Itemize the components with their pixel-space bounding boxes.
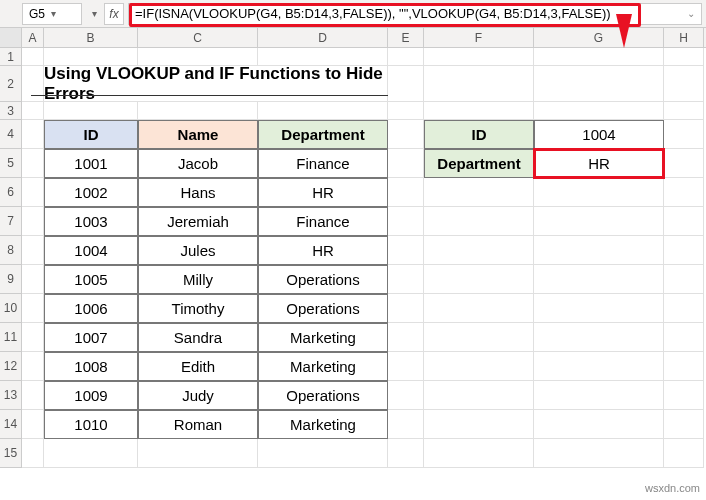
cell[interactable] [664,66,704,102]
cell[interactable] [22,265,44,294]
table-cell[interactable]: Marketing [258,352,388,381]
cell[interactable] [22,439,44,468]
cell[interactable] [424,178,534,207]
cell[interactable] [424,236,534,265]
cell[interactable] [388,149,424,178]
table-cell[interactable]: Marketing [258,410,388,439]
table-header-name[interactable]: Name [138,120,258,149]
lookup-id-value[interactable]: 1004 [534,120,664,149]
cell[interactable] [22,120,44,149]
row-head[interactable]: 2 [0,66,22,102]
col-head-c[interactable]: C [138,28,258,47]
cell[interactable] [534,102,664,120]
row-head[interactable]: 9 [0,265,22,294]
table-cell[interactable]: 1008 [44,352,138,381]
table-cell[interactable]: 1006 [44,294,138,323]
cell[interactable] [22,48,44,66]
row-head[interactable]: 1 [0,48,22,66]
name-box[interactable]: G5▾ [22,3,82,25]
fx-dropdown-icon[interactable]: ▾ [86,8,102,19]
cell[interactable] [388,66,424,102]
cell[interactable] [22,207,44,236]
table-cell[interactable]: Operations [258,265,388,294]
table-cell[interactable]: 1003 [44,207,138,236]
cell[interactable] [424,294,534,323]
table-cell[interactable]: Judy [138,381,258,410]
cell[interactable] [258,439,388,468]
table-cell[interactable]: Timothy [138,294,258,323]
cell[interactable] [534,178,664,207]
cell[interactable] [388,381,424,410]
table-cell[interactable]: 1010 [44,410,138,439]
col-head-h[interactable]: H [664,28,704,47]
cell[interactable] [44,439,138,468]
spreadsheet-grid[interactable]: A B C D E F G H 1 2 Using VLOOKUP and IF… [0,28,706,468]
cell[interactable] [388,102,424,120]
cell[interactable] [22,149,44,178]
select-all-corner[interactable] [0,28,22,47]
cell[interactable] [534,294,664,323]
cell[interactable] [664,120,704,149]
fx-icon[interactable]: fx [104,3,124,25]
col-head-g[interactable]: G [534,28,664,47]
cell[interactable] [664,236,704,265]
row-head[interactable]: 15 [0,439,22,468]
cell[interactable] [664,102,704,120]
cell[interactable] [388,120,424,149]
cell[interactable] [22,381,44,410]
row-head[interactable]: 4 [0,120,22,149]
cell[interactable] [424,102,534,120]
cell[interactable] [258,102,388,120]
table-cell[interactable]: HR [258,236,388,265]
lookup-id-label[interactable]: ID [424,120,534,149]
table-cell[interactable]: Marketing [258,323,388,352]
cell[interactable] [22,323,44,352]
cell[interactable] [664,149,704,178]
row-head[interactable]: 7 [0,207,22,236]
cell[interactable] [664,178,704,207]
table-cell[interactable]: Operations [258,294,388,323]
cell[interactable] [138,102,258,120]
cell[interactable] [534,352,664,381]
table-cell[interactable]: Sandra [138,323,258,352]
cell[interactable] [388,323,424,352]
cell[interactable] [388,178,424,207]
expand-icon[interactable]: ⌄ [687,8,695,19]
cell[interactable] [388,48,424,66]
table-cell[interactable]: Operations [258,381,388,410]
row-head[interactable]: 10 [0,294,22,323]
cell[interactable] [424,439,534,468]
lookup-dept-label[interactable]: Department [424,149,534,178]
table-cell[interactable]: Jacob [138,149,258,178]
table-cell[interactable]: Finance [258,207,388,236]
table-cell[interactable]: HR [258,178,388,207]
cell[interactable] [664,352,704,381]
cell[interactable] [22,236,44,265]
cell[interactable] [388,265,424,294]
cell[interactable] [22,294,44,323]
cell[interactable] [664,381,704,410]
cell[interactable] [424,352,534,381]
cell[interactable] [424,265,534,294]
table-cell[interactable]: 1001 [44,149,138,178]
cell[interactable] [22,352,44,381]
cell[interactable] [22,102,44,120]
cell[interactable] [534,236,664,265]
cell[interactable] [664,439,704,468]
cell[interactable] [534,410,664,439]
row-head[interactable]: 6 [0,178,22,207]
cell[interactable] [22,66,44,102]
table-cell[interactable]: Jules [138,236,258,265]
cell[interactable] [424,48,534,66]
row-head[interactable]: 11 [0,323,22,352]
col-head-a[interactable]: A [22,28,44,47]
col-head-d[interactable]: D [258,28,388,47]
cell[interactable] [388,439,424,468]
cell[interactable] [424,381,534,410]
cell[interactable] [22,410,44,439]
table-header-dept[interactable]: Department [258,120,388,149]
cell[interactable] [388,236,424,265]
cell[interactable] [534,439,664,468]
table-cell[interactable]: Roman [138,410,258,439]
cell[interactable] [424,410,534,439]
